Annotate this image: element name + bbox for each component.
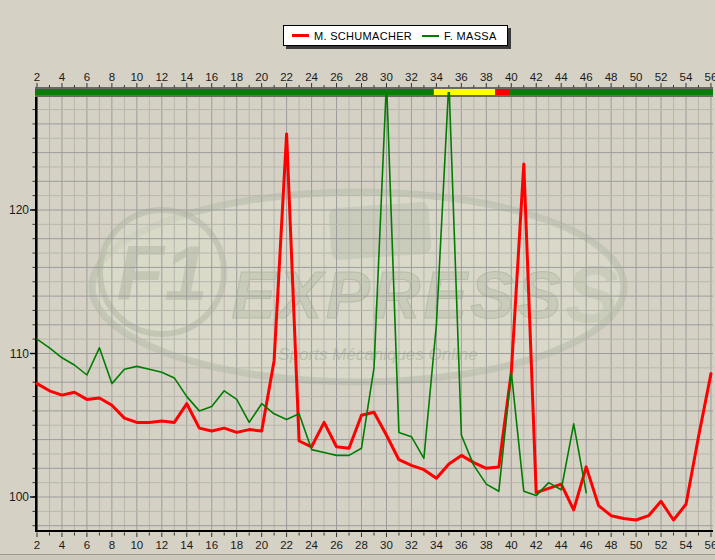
top-axis-label: 32 bbox=[405, 71, 418, 83]
bottom-axis-label: 14 bbox=[180, 539, 193, 551]
legend-item: M. SCHUMACHER bbox=[292, 30, 412, 42]
status-strip-segment-red bbox=[495, 89, 510, 95]
bottom-axis-label: 8 bbox=[109, 539, 115, 551]
bottom-axis-label: 22 bbox=[280, 539, 293, 551]
top-axis-label: 22 bbox=[280, 71, 293, 83]
top-axis-label: 54 bbox=[680, 71, 693, 83]
y-axis-line bbox=[35, 97, 38, 531]
bottom-axis-label: 32 bbox=[405, 539, 418, 551]
bottom-axis-label: 30 bbox=[380, 539, 393, 551]
bottom-axis-label: 34 bbox=[430, 539, 443, 551]
top-axis-label: 42 bbox=[530, 71, 543, 83]
top-axis-label: 18 bbox=[230, 71, 243, 83]
top-axis-label: 28 bbox=[355, 71, 368, 83]
x-axis-line bbox=[35, 530, 713, 532]
bottom-axis-label: 42 bbox=[530, 539, 543, 551]
y-axis-label: 100 bbox=[9, 490, 29, 504]
top-axis-label: 38 bbox=[480, 71, 493, 83]
bottom-axis-label: 46 bbox=[580, 539, 593, 551]
bottom-axis-label: 44 bbox=[555, 539, 568, 551]
top-axis-label: 56 bbox=[705, 71, 715, 83]
legend-line-swatch bbox=[422, 35, 439, 37]
bottom-axis-label: 6 bbox=[84, 539, 90, 551]
bottom-axis-label: 40 bbox=[505, 539, 518, 551]
bottom-axis-label: 12 bbox=[155, 539, 168, 551]
top-axis-label: 24 bbox=[305, 71, 318, 83]
bottom-axis-label: 10 bbox=[130, 539, 143, 551]
legend-line-swatch bbox=[292, 34, 309, 37]
bottom-axis-label: 28 bbox=[355, 539, 368, 551]
status-strip bbox=[35, 88, 713, 96]
legend-item: F. MASSA bbox=[422, 30, 497, 42]
watermark-subtitle-text: Sports Mécaniques Online bbox=[278, 345, 477, 364]
top-axis-label: 16 bbox=[205, 71, 218, 83]
y-axis-label: 110 bbox=[10, 347, 29, 361]
top-axis-label: 12 bbox=[155, 71, 168, 83]
top-axis-label: 20 bbox=[255, 71, 268, 83]
top-axis-label: 36 bbox=[455, 71, 468, 83]
top-axis-label: 34 bbox=[430, 71, 443, 83]
legend-label: M. SCHUMACHER bbox=[314, 30, 412, 42]
bottom-axis-label: 20 bbox=[255, 539, 268, 551]
bottom-axis-label: 52 bbox=[655, 539, 668, 551]
bottom-axis-label: 24 bbox=[305, 539, 318, 551]
bottom-axis-label: 36 bbox=[455, 539, 468, 551]
bottom-axis-label: 26 bbox=[330, 539, 343, 551]
chart-window: F1EXPRESSSSports Mécaniques Online224466… bbox=[0, 0, 715, 560]
top-axis-label: 30 bbox=[380, 71, 393, 83]
legend-label: F. MASSA bbox=[444, 30, 497, 42]
top-axis-label: 10 bbox=[130, 71, 143, 83]
top-axis-label: 14 bbox=[180, 71, 193, 83]
bottom-axis-label: 56 bbox=[705, 539, 715, 551]
chart-canvas: F1EXPRESSSSports Mécaniques Online224466… bbox=[0, 0, 715, 560]
bottom-axis-label: 38 bbox=[480, 539, 493, 551]
top-axis-label: 52 bbox=[655, 71, 668, 83]
status-strip-segment-green bbox=[510, 89, 713, 95]
bottom-axis-label: 54 bbox=[680, 539, 693, 551]
y-axis-label: 120 bbox=[9, 203, 29, 217]
top-axis-label: 44 bbox=[555, 71, 568, 83]
bottom-axis-label: 16 bbox=[205, 539, 218, 551]
top-axis-label: 6 bbox=[84, 71, 90, 83]
top-axis-label: 46 bbox=[580, 71, 593, 83]
bottom-axis-label: 50 bbox=[630, 539, 643, 551]
bottom-axis-label: 48 bbox=[605, 539, 618, 551]
top-axis-label: 26 bbox=[330, 71, 343, 83]
window-bottom-edge bbox=[0, 554, 715, 560]
top-axis-label: 8 bbox=[109, 71, 115, 83]
top-axis-label: 2 bbox=[34, 71, 40, 83]
top-axis-label: 4 bbox=[59, 71, 66, 83]
top-axis-label: 40 bbox=[505, 71, 518, 83]
status-strip-segment-green bbox=[35, 89, 434, 95]
bottom-axis-label: 18 bbox=[230, 539, 243, 551]
bottom-axis-label: 2 bbox=[34, 539, 40, 551]
status-strip-segment-yellow bbox=[434, 89, 495, 95]
gridlines bbox=[35, 97, 713, 531]
top-axis-label: 50 bbox=[630, 71, 643, 83]
top-axis-label: 48 bbox=[605, 71, 618, 83]
bottom-axis-label: 4 bbox=[59, 539, 66, 551]
legend: M. SCHUMACHERF. MASSA bbox=[283, 25, 508, 46]
